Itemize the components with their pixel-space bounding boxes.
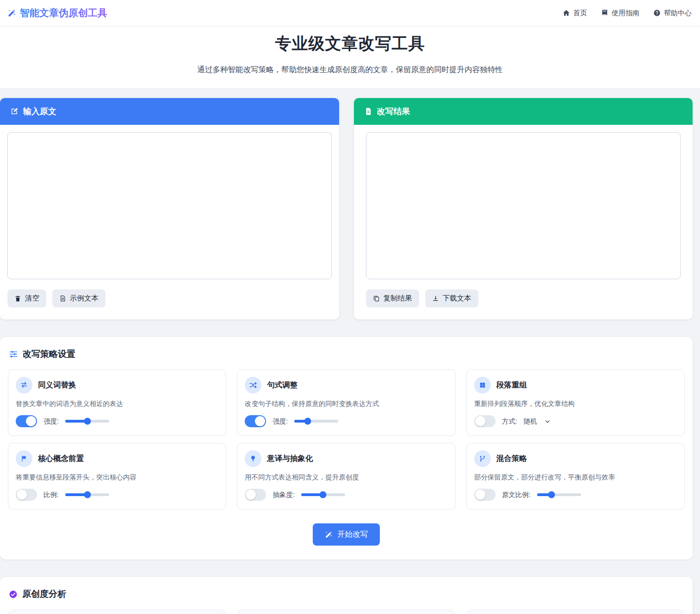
copy-result-label: 复制结果 [384,294,412,303]
page-subtitle: 通过多种智能改写策略，帮助您快速生成原创度高的文章，保留原意的同时提升内容独特性 [0,65,700,75]
control-label: 比例: [43,491,59,499]
synonym-strength-slider[interactable] [65,420,109,423]
stat-word-count: 8 总字数 [237,609,455,614]
start-rewrite-button[interactable]: 开始改写 [313,523,380,546]
stats-row: 69% 预估原创度 8 总字数 66% 修改比例 [8,609,685,614]
nav-links: 首页 使用指南 帮助中心 [563,9,692,18]
hero-section: 专业级文章改写工具 通过多种智能改写策略，帮助您快速生成原创度高的文章，保留原意… [0,26,700,88]
page-title: 专业级文章改写工具 [0,33,700,55]
input-panel-header: 输入原文 [0,98,339,125]
magic-wand-icon [325,531,333,539]
clear-button-label: 清空 [25,294,39,303]
paraphrase-toggle[interactable] [245,489,266,501]
stat-originality: 69% 预估原创度 [8,609,226,614]
exchange-arrows-icon [16,377,32,393]
input-panel: 输入原文 清空 示例文本 [0,98,339,319]
strategy-title: 混合策略 [496,454,527,464]
navbar: 智能文章伪原创工具 首页 使用指南 帮助中心 [0,0,700,26]
reorder-mode-value: 随机 [524,417,537,426]
hybrid-toggle[interactable] [474,489,496,501]
concept-ratio-slider[interactable] [65,493,109,496]
input-panel-body: 清空 示例文本 [0,125,339,319]
strategy-grid: 同义词替换 替换文章中的词语为意义相近的表达 强度: 句式调整 改变句子结构，保… [8,369,685,510]
result-panel-header: 改写结果 [354,98,693,125]
flag-icon [16,450,32,467]
strategy-card-paraphrase: 意译与抽象化 用不同方式表达相同含义，提升原创度 抽象度: [237,443,455,510]
paragraph-toggle[interactable] [474,415,496,427]
control-label: 原文比例: [502,491,531,499]
original-ratio-slider[interactable] [537,493,581,496]
analysis-section: 原创度分析 69% 预估原创度 8 总字数 66% 修改比例 [0,577,693,614]
copy-result-button[interactable]: 复制结果 [366,289,419,307]
strategy-desc: 将重要信息移至段落开头，突出核心内容 [16,473,218,482]
strategy-card-concept: 核心概念前置 将重要信息移至段落开头，突出核心内容 比例: [8,443,226,510]
branch-icon [474,450,491,467]
analysis-section-title: 原创度分析 [22,588,66,600]
nav-guide[interactable]: 使用指南 [601,9,639,18]
synonym-toggle[interactable] [16,415,37,427]
brand-logo[interactable]: 智能文章伪原创工具 [7,6,107,19]
nav-home-label: 首页 [573,9,587,18]
nav-help[interactable]: 帮助中心 [653,9,692,18]
strategy-title: 核心概念前置 [38,454,84,464]
concept-toggle[interactable] [16,489,37,501]
chevron-down-icon [545,418,551,424]
strategy-card-synonym: 同义词替换 替换文章中的词语为意义相近的表达 强度: [8,369,226,436]
result-actions: 复制结果 下载文本 [366,289,681,307]
nav-home[interactable]: 首页 [563,9,587,18]
download-text-button[interactable]: 下载文本 [425,289,478,307]
editor-panels: 输入原文 清空 示例文本 [0,98,693,319]
abstraction-slider[interactable] [301,493,345,496]
strategy-card-sentence: 句式调整 改变句子结构，保持原意的同时变换表达方式 强度: [237,369,455,436]
source-textarea[interactable] [7,132,332,279]
strategy-desc: 重新排列段落顺序，优化文章结构 [474,399,677,408]
strategy-desc: 用不同方式表达相同含义，提升原创度 [245,473,447,482]
control-label: 抽象度: [273,491,295,499]
strategy-section-head: 改写策略设置 [8,347,685,369]
sentence-strength-slider[interactable] [294,420,338,423]
check-circle-icon [9,590,18,599]
book-icon [601,9,608,17]
start-rewrite-label: 开始改写 [337,529,368,540]
magic-wand-icon [7,9,16,18]
trash-icon [14,295,21,302]
strategy-card-hybrid: 混合策略 部分保留原文，部分进行改写，平衡原创与效率 原文比例: [466,443,685,510]
sample-text-button[interactable]: 示例文本 [52,289,105,307]
sliders-icon [9,350,18,359]
brand-title: 智能文章伪原创工具 [20,6,107,19]
strategy-title: 段落重组 [496,380,527,390]
strategy-title: 意译与抽象化 [267,454,313,464]
help-circle-icon [653,9,661,17]
control-label: 方式: [502,417,517,426]
file-text-icon [59,295,66,302]
grid-icon [474,377,491,393]
reorder-mode-select[interactable]: 随机 [524,417,551,426]
nav-guide-label: 使用指南 [612,9,639,18]
document-icon [364,107,372,116]
control-label: 强度: [43,417,59,426]
result-panel: 改写结果 复制结果 下载文本 [354,98,693,319]
analysis-section-head: 原创度分析 [8,587,685,609]
nav-help-label: 帮助中心 [664,9,692,18]
strategy-section: 改写策略设置 同义词替换 替换文章中的词语为意义相近的表达 强度: [0,337,693,559]
result-panel-body: 复制结果 下载文本 [354,125,693,319]
input-actions: 清空 示例文本 [7,289,332,307]
shuffle-icon [245,377,261,393]
copy-icon [373,295,380,302]
control-label: 强度: [273,417,288,426]
home-icon [563,9,570,17]
strategy-title: 句式调整 [267,380,297,390]
input-panel-title: 输入原文 [23,106,56,117]
sample-text-button-label: 示例文本 [70,294,99,303]
strategy-desc: 替换文章中的词语为意义相近的表达 [16,399,218,408]
sentence-toggle[interactable] [245,415,266,427]
download-icon [432,295,439,302]
lightbulb-icon [245,450,261,467]
result-panel-title: 改写结果 [377,106,410,117]
stat-modified-ratio: 66% 修改比例 [466,609,685,614]
strategy-section-title: 改写策略设置 [23,348,75,360]
download-text-label: 下载文本 [443,294,471,303]
strategy-desc: 部分保留原文，部分进行改写，平衡原创与效率 [474,473,677,482]
result-textarea[interactable] [366,132,681,279]
clear-button[interactable]: 清空 [7,289,46,307]
